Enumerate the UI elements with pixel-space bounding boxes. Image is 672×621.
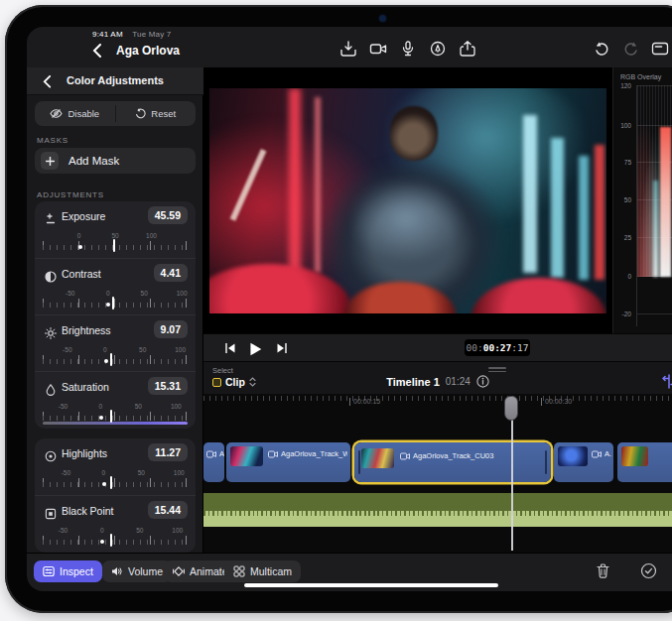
tick-label: 0 xyxy=(103,346,107,353)
highlights-icon xyxy=(45,448,57,460)
tick-label: 50 xyxy=(135,403,142,410)
video-preview xyxy=(209,88,606,313)
home-indicator[interactable] xyxy=(244,583,498,587)
adjustments-card: Exposure 45.59 0 50 100 xyxy=(35,201,196,429)
trash-icon[interactable] xyxy=(595,562,611,579)
reset-button[interactable]: Reset xyxy=(116,101,197,126)
add-mask-button[interactable]: Add Mask xyxy=(35,148,196,174)
zero-marker xyxy=(102,482,106,486)
slider-ruler[interactable]: -50 0 50 100 xyxy=(43,527,188,549)
timeline-drag-handle[interactable] xyxy=(488,367,506,374)
timeline-duration: 01:24 xyxy=(446,376,470,387)
back-chevron-icon[interactable] xyxy=(92,44,102,57)
axis-label: 120 xyxy=(615,82,631,89)
playhead-handle[interactable] xyxy=(504,396,518,421)
tick-label: 0 xyxy=(100,527,104,534)
record-video-icon[interactable] xyxy=(369,41,387,57)
timeline-ruler[interactable]: 00:00:15 00:00:30 xyxy=(203,394,672,410)
zero-marker xyxy=(106,303,110,307)
tick-label: 50 xyxy=(139,346,146,353)
trim-handle-left[interactable] xyxy=(358,450,360,474)
exposure-icon xyxy=(45,211,57,223)
timeline-header: Select Clip Timeline 1 01:24 xyxy=(203,361,672,394)
share-icon[interactable] xyxy=(459,41,476,57)
inspect-label: Inspect xyxy=(60,565,93,577)
axis-label: 0 xyxy=(615,273,631,280)
brightness-icon xyxy=(45,325,57,337)
value-marker[interactable] xyxy=(110,353,112,366)
neon-cyan-bar xyxy=(523,115,537,273)
play-button[interactable] xyxy=(247,341,263,355)
clip-name: AgaOrlova_Track_CU03 xyxy=(413,451,493,460)
record-audio-icon[interactable] xyxy=(399,41,417,57)
slider-ruler[interactable]: -50 0 50 100 xyxy=(43,346,188,368)
timeline-clip[interactable]: Ag... xyxy=(203,442,224,482)
animate-keyframe-icon xyxy=(173,565,185,577)
slider-ruler[interactable]: -50 0 50 100 xyxy=(43,403,188,425)
slider-ruler[interactable]: 0 50 100 xyxy=(43,232,188,254)
timecode-main: 00:27 xyxy=(483,342,512,353)
slider-label: Highlights xyxy=(62,447,107,459)
magnetic-timeline-icon[interactable] xyxy=(662,374,672,389)
skip-back-icon[interactable] xyxy=(223,341,237,355)
redo-icon[interactable] xyxy=(622,41,640,57)
ruler-label: 00:00:15 xyxy=(349,398,380,406)
slider-value[interactable]: 15.44 xyxy=(148,501,188,519)
slider-ruler[interactable]: -50 0 50 100 xyxy=(43,290,188,311)
multicam-button[interactable]: Multicam xyxy=(224,560,301,582)
tick-label: 100 xyxy=(171,403,182,410)
value-marker[interactable] xyxy=(110,534,112,547)
slider-black-point: Black Point 15.44 -50 0 50 100 xyxy=(35,495,196,552)
clip-thumbnail xyxy=(558,446,588,466)
neon-red-bar-right xyxy=(595,145,605,280)
waveform-peak xyxy=(660,127,671,277)
timeline-clip[interactable]: AgaOrlova_Track_Wid... xyxy=(226,442,350,482)
browser-panel-icon[interactable] xyxy=(651,41,669,57)
value-marker[interactable] xyxy=(113,239,115,252)
audio-track[interactable] xyxy=(203,493,672,527)
slider-value[interactable]: 45.59 xyxy=(148,206,188,224)
tick-label: 100 xyxy=(146,232,157,239)
zero-marker xyxy=(104,359,108,363)
slider-exposure: Exposure 45.59 0 50 100 xyxy=(35,201,196,258)
check-circle-icon[interactable] xyxy=(640,562,657,579)
panel-header: Color Adjustments xyxy=(27,67,203,95)
slider-value[interactable]: 11.27 xyxy=(148,443,188,461)
value-marker[interactable] xyxy=(110,476,112,489)
undo-icon[interactable] xyxy=(593,41,610,57)
pencil-tool-icon[interactable] xyxy=(429,41,447,57)
slider-ruler[interactable]: -50 0 50 100 xyxy=(43,469,188,491)
panel-title: Color Adjustments xyxy=(27,74,203,86)
info-icon[interactable] xyxy=(476,375,489,388)
project-title[interactable]: Aga Orlova xyxy=(116,44,180,58)
saturation-icon xyxy=(45,382,57,394)
import-icon[interactable] xyxy=(339,41,357,57)
status-time: 9:41 AM xyxy=(92,30,123,39)
slider-value[interactable]: 15.31 xyxy=(148,377,188,395)
slider-value[interactable]: 9.07 xyxy=(154,320,188,338)
timecode-display[interactable]: 00: 00:27 :17 xyxy=(465,339,530,356)
slider-value[interactable]: 4.41 xyxy=(154,264,188,282)
slider-brightness: Brightness 9.07 -50 0 50 100 xyxy=(35,314,196,371)
inspect-button[interactable]: Inspect xyxy=(34,560,102,582)
plus-icon xyxy=(41,152,59,170)
timeline-body: 00:00:15 00:00:30 Ag... AgaOrlova_Track_… xyxy=(203,394,672,554)
slider-label: Contrast xyxy=(62,268,101,280)
status-date: Tue May 7 xyxy=(132,30,171,39)
timecode-frames: :17 xyxy=(511,342,528,353)
disable-button[interactable]: Disable xyxy=(35,101,115,126)
adjustments-section-header: ADJUSTMENTS xyxy=(37,190,104,199)
clip-thumbnail xyxy=(621,446,648,466)
timeline-clip[interactable] xyxy=(617,442,672,482)
volume-button[interactable]: Volume xyxy=(102,560,172,582)
timeline-clip-selected[interactable]: AgaOrlova_Track_CU03 xyxy=(354,442,551,482)
skip-forward-icon[interactable] xyxy=(275,341,289,355)
value-marker[interactable] xyxy=(110,410,112,423)
timeline-title[interactable]: Timeline 1 xyxy=(386,376,440,388)
trim-handle-right[interactable] xyxy=(545,450,547,474)
saturation-gradient-strip xyxy=(43,422,188,425)
marketing-canvas: 9:41 AM Tue May 7 Aga Orlova xyxy=(0,0,672,621)
timeline-clip[interactable]: A... xyxy=(554,442,613,482)
neon-cyan-bar-3 xyxy=(579,156,589,280)
value-marker[interactable] xyxy=(112,297,114,310)
